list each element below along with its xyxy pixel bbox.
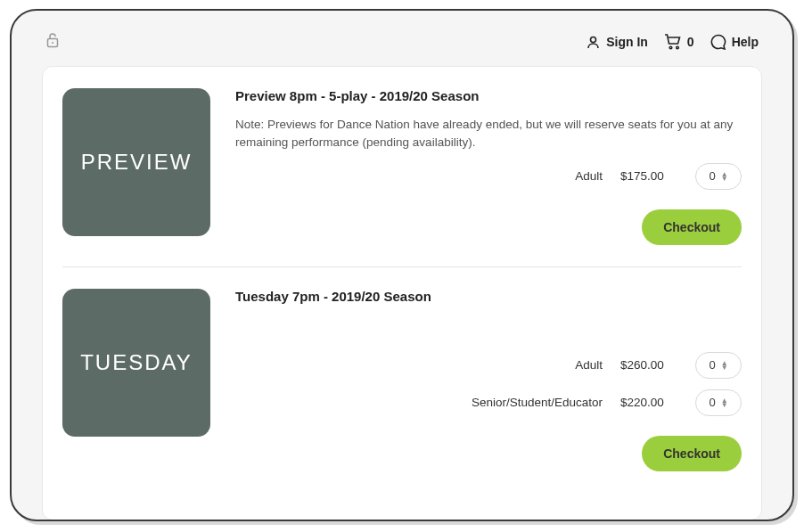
help-link[interactable]: Help xyxy=(710,34,759,50)
price-rows: Adult $175.00 0 ▲▼ xyxy=(235,163,742,201)
sign-in-link[interactable]: Sign In xyxy=(586,35,648,50)
thumbnail: TUESDAY xyxy=(62,289,210,437)
app-window: Sign In 0 Help xyxy=(10,9,794,521)
help-icon xyxy=(710,34,726,50)
cart-icon xyxy=(664,34,682,50)
lock-icon xyxy=(45,32,60,52)
stepper-arrows-icon: ▲▼ xyxy=(721,172,728,181)
svg-point-3 xyxy=(669,46,672,49)
thumbnail-label: PREVIEW xyxy=(81,150,193,175)
sign-in-label: Sign In xyxy=(606,35,648,49)
price-label: Adult xyxy=(575,169,603,183)
item-actions: Checkout xyxy=(235,209,742,245)
price-label: Senior/Student/Educator xyxy=(472,396,603,409)
item-title: Preview 8pm - 5-play - 2019/20 Season xyxy=(235,88,742,103)
help-label: Help xyxy=(732,35,759,49)
quantity-value: 0 xyxy=(709,169,715,183)
price-value: $260.00 xyxy=(620,358,677,372)
cart-count: 0 xyxy=(687,35,694,49)
stepper-arrows-icon: ▲▼ xyxy=(721,361,728,370)
list-item: TUESDAY Tuesday 7pm - 2019/20 Season Adu… xyxy=(43,267,761,493)
thumbnail: PREVIEW xyxy=(62,88,210,236)
price-rows: Adult $260.00 0 ▲▼ Senior/Student/Educat… xyxy=(235,352,742,427)
product-list: PREVIEW Preview 8pm - 5-play - 2019/20 S… xyxy=(42,66,762,520)
thumbnail-label: TUESDAY xyxy=(80,350,193,375)
svg-point-2 xyxy=(591,37,596,42)
item-body: Tuesday 7pm - 2019/20 Season Adult $260.… xyxy=(235,289,742,471)
header-actions: Sign In 0 Help xyxy=(586,34,759,50)
user-icon xyxy=(586,35,601,50)
quantity-stepper[interactable]: 0 ▲▼ xyxy=(695,352,742,379)
quantity-stepper[interactable]: 0 ▲▼ xyxy=(695,389,742,416)
item-title: Tuesday 7pm - 2019/20 Season xyxy=(235,289,742,304)
quantity-value: 0 xyxy=(709,358,715,372)
quantity-stepper[interactable]: 0 ▲▼ xyxy=(695,163,742,190)
price-row: Adult $175.00 0 ▲▼ xyxy=(235,163,742,190)
price-label: Adult xyxy=(575,358,603,372)
svg-point-4 xyxy=(677,46,679,49)
checkout-button[interactable]: Checkout xyxy=(642,436,742,471)
svg-point-1 xyxy=(52,42,53,44)
quantity-value: 0 xyxy=(709,396,715,409)
price-row: Adult $260.00 0 ▲▼ xyxy=(235,352,742,379)
item-body: Preview 8pm - 5-play - 2019/20 Season No… xyxy=(235,88,742,245)
stepper-arrows-icon: ▲▼ xyxy=(721,398,728,407)
checkout-button[interactable]: Checkout xyxy=(642,209,742,245)
price-row: Senior/Student/Educator $220.00 0 ▲▼ xyxy=(235,389,742,416)
item-note: Note: Previews for Dance Nation have alr… xyxy=(235,116,742,152)
price-value: $220.00 xyxy=(620,396,677,409)
item-actions: Checkout xyxy=(235,436,742,471)
list-item: PREVIEW Preview 8pm - 5-play - 2019/20 S… xyxy=(43,67,761,266)
price-value: $175.00 xyxy=(620,169,677,183)
cart-link[interactable]: 0 xyxy=(664,34,694,50)
header: Sign In 0 Help xyxy=(12,11,792,61)
